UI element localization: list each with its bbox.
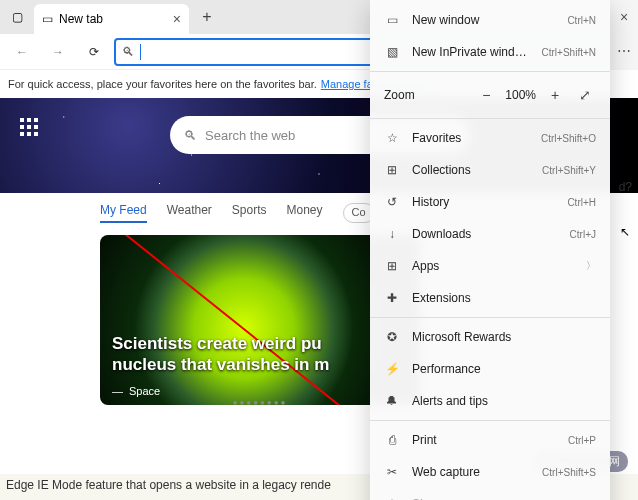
menu-apps[interactable]: ⊞Apps〉 (370, 250, 610, 282)
print-icon: ⎙ (384, 433, 400, 447)
zoom-in-button[interactable]: + (544, 84, 566, 106)
news-headline: Scientists create weird pu nucleus that … (112, 334, 329, 375)
performance-icon: ⚡ (384, 362, 400, 376)
tab-actions-icon[interactable]: ▢ (0, 0, 34, 34)
fullscreen-button[interactable]: ⤢ (574, 84, 596, 106)
menu-new-window[interactable]: ▭New windowCtrl+N (370, 4, 610, 36)
zoom-out-button[interactable]: − (475, 84, 497, 106)
history-icon: ↺ (384, 195, 400, 209)
tab-weather[interactable]: Weather (167, 203, 212, 223)
menu-rewards[interactable]: ✪Microsoft Rewards (370, 321, 610, 353)
inprivate-icon: ▧ (384, 45, 400, 59)
collections-icon: ⊞ (384, 163, 400, 177)
menu-extensions[interactable]: ✚Extensions (370, 282, 610, 314)
edge-hint: d? (619, 180, 632, 194)
menu-new-inprivate[interactable]: ▧New InPrivate windowCtrl+Shift+N (370, 36, 610, 68)
rewards-icon: ✪ (384, 330, 400, 344)
menu-share: ⇪Share (370, 488, 610, 500)
new-tab-button[interactable]: + (193, 3, 221, 31)
star-icon: ☆ (384, 131, 400, 145)
app-menu: ▭New windowCtrl+N ▧New InPrivate windowC… (370, 0, 610, 500)
menu-performance[interactable]: ⚡Performance (370, 353, 610, 385)
page-icon: ▭ (42, 12, 53, 26)
close-window-button[interactable]: × (610, 0, 638, 34)
menu-print[interactable]: ⎙PrintCtrl+P (370, 424, 610, 456)
back-button[interactable]: ← (6, 36, 38, 68)
apps-grid-icon[interactable] (20, 118, 38, 136)
carousel-dots[interactable]: ●●●●●●●● (233, 398, 288, 405)
download-icon: ↓ (384, 227, 400, 241)
chevron-right-icon: 〉 (586, 259, 596, 273)
tab-money[interactable]: Money (287, 203, 323, 223)
zoom-label: Zoom (384, 88, 467, 102)
text-caret (140, 44, 141, 60)
more-button[interactable]: ⋯ (610, 34, 638, 68)
tab-sports[interactable]: Sports (232, 203, 267, 223)
window-controls: × ⋯ (610, 0, 638, 70)
search-icon: 🔍︎ (184, 128, 197, 143)
menu-alerts[interactable]: 🔔︎Alerts and tips (370, 385, 610, 417)
tab-title: New tab (59, 12, 103, 26)
menu-favorites[interactable]: ☆FavoritesCtrl+Shift+O (370, 122, 610, 154)
menu-zoom-row: Zoom − 100% + ⤢ (370, 75, 610, 115)
tab-my-feed[interactable]: My Feed (100, 203, 147, 223)
forward-button[interactable]: → (42, 36, 74, 68)
menu-collections[interactable]: ⊞CollectionsCtrl+Shift+Y (370, 154, 610, 186)
menu-history[interactable]: ↺HistoryCtrl+H (370, 186, 610, 218)
apps-icon: ⊞ (384, 259, 400, 273)
svg-line-0 (120, 235, 370, 405)
refresh-button[interactable]: ⟳ (78, 36, 110, 68)
capture-icon: ✂ (384, 465, 400, 479)
search-placeholder: Search the web (205, 128, 295, 143)
menu-web-capture[interactable]: ✂Web captureCtrl+Shift+S (370, 456, 610, 488)
news-source: — Space (112, 385, 160, 397)
favorites-hint-text: For quick access, place your favorites h… (8, 78, 317, 90)
window-icon: ▭ (384, 13, 400, 27)
search-icon: 🔍︎ (122, 45, 134, 59)
menu-downloads[interactable]: ↓DownloadsCtrl+J (370, 218, 610, 250)
browser-tab[interactable]: ▭ New tab × (34, 4, 189, 34)
extensions-icon: ✚ (384, 291, 400, 305)
bell-icon: 🔔︎ (384, 394, 400, 408)
close-tab-icon[interactable]: × (173, 11, 181, 27)
zoom-value: 100% (505, 88, 536, 102)
mouse-cursor-icon: ↖ (620, 225, 630, 239)
